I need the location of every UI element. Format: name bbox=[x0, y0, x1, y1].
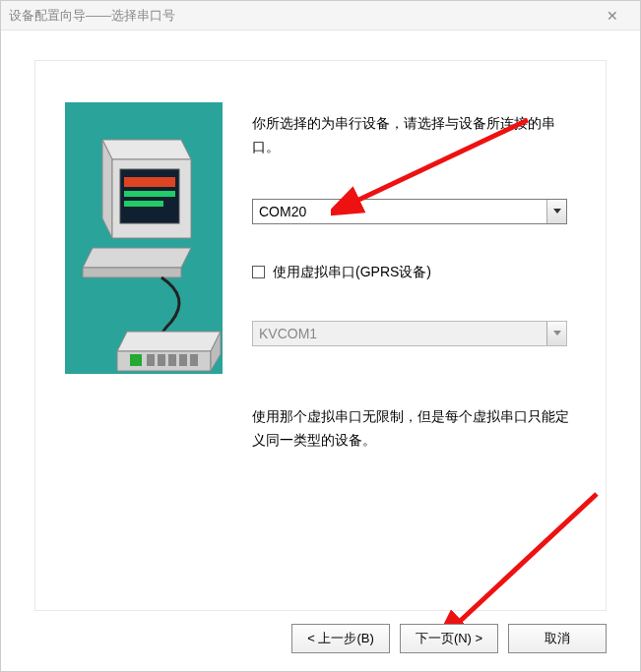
svg-rect-15 bbox=[158, 354, 165, 366]
com-port-select[interactable]: COM20 bbox=[252, 199, 567, 224]
cancel-button[interactable]: 取消 bbox=[508, 624, 607, 653]
instruction-text: 你所选择的为串行设备，请选择与设备所连接的串口。 bbox=[252, 112, 576, 159]
form-area: 你所选择的为串行设备，请选择与设备所连接的串口。 COM20 使用虚拟串口(GP… bbox=[252, 112, 576, 386]
svg-line-24 bbox=[454, 494, 597, 627]
checkbox-icon bbox=[252, 266, 265, 278]
svg-marker-1 bbox=[83, 248, 191, 268]
svg-rect-16 bbox=[168, 354, 176, 366]
prev-button[interactable]: < 上一步(B) bbox=[291, 624, 390, 653]
close-icon: ✕ bbox=[607, 8, 618, 24]
wizard-panel: 你所选择的为串行设备，请选择与设备所连接的串口。 COM20 使用虚拟串口(GP… bbox=[34, 60, 607, 611]
com-port-value: COM20 bbox=[259, 204, 306, 219]
dialog-window: 设备配置向导——选择串口号 ✕ bbox=[0, 0, 641, 672]
content-area: 你所选择的为串行设备，请选择与设备所连接的串口。 COM20 使用虚拟串口(GP… bbox=[1, 31, 640, 671]
virtual-port-value: KVCOM1 bbox=[259, 326, 317, 341]
svg-marker-10 bbox=[117, 332, 221, 351]
svg-rect-17 bbox=[179, 354, 187, 366]
virtual-port-checkbox[interactable]: 使用虚拟串口(GPRS设备) bbox=[252, 264, 576, 281]
svg-rect-9 bbox=[124, 201, 163, 207]
window-title: 设备配置向导——选择串口号 bbox=[9, 7, 593, 25]
svg-rect-7 bbox=[124, 177, 175, 187]
hint-text: 使用那个虚拟串口无限制，但是每个虚拟串口只能定义同一类型的设备。 bbox=[252, 405, 576, 453]
titlebar: 设备配置向导——选择串口号 ✕ bbox=[1, 1, 640, 31]
button-row: < 上一步(B) 下一页(N) > 取消 bbox=[291, 624, 607, 653]
svg-marker-19 bbox=[553, 209, 561, 214]
svg-rect-8 bbox=[124, 191, 175, 197]
svg-rect-13 bbox=[130, 354, 142, 366]
svg-rect-14 bbox=[147, 354, 155, 366]
svg-marker-2 bbox=[83, 268, 181, 277]
virtual-port-label: 使用虚拟串口(GPRS设备) bbox=[273, 264, 431, 281]
chevron-down-icon bbox=[546, 322, 566, 345]
wizard-illustration bbox=[63, 100, 225, 376]
chevron-down-icon bbox=[546, 200, 566, 223]
virtual-port-select: KVCOM1 bbox=[252, 321, 567, 346]
svg-marker-20 bbox=[553, 331, 561, 336]
next-button[interactable]: 下一页(N) > bbox=[400, 624, 498, 653]
svg-rect-18 bbox=[190, 354, 198, 366]
close-button[interactable]: ✕ bbox=[593, 2, 632, 30]
svg-marker-3 bbox=[102, 140, 191, 159]
